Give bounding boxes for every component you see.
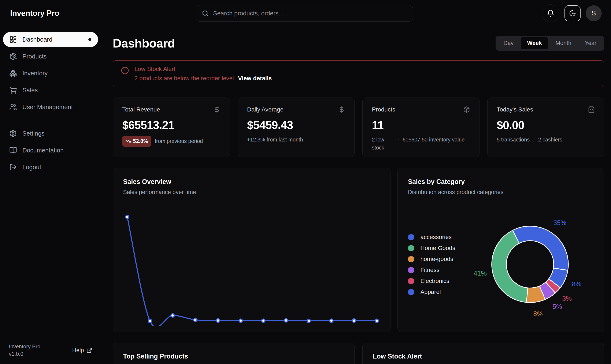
low-stock-alert-banner: Low Stock Alert 2 products are below the… — [113, 60, 604, 87]
sidebar-nav: Dashboard Products Inventory Sales — [0, 32, 101, 175]
chart-title: Sales by Category — [408, 178, 594, 186]
global-search — [196, 5, 413, 22]
legend-item: accessories — [408, 232, 455, 243]
alert-message: 2 products are below the reorder level. — [135, 75, 236, 81]
sidebar-item-user-management[interactable]: User Management — [3, 99, 98, 115]
legend-label: Electronics — [420, 278, 449, 284]
line-chart-point — [307, 319, 310, 322]
category-legend: accessoriesHome Goodshome-goodsFitnessEl… — [408, 232, 455, 298]
sidebar-item-label: Logout — [22, 164, 41, 171]
sidebar-item-dashboard[interactable]: Dashboard — [3, 32, 98, 47]
legend-swatch — [408, 278, 414, 284]
moon-icon — [569, 10, 576, 17]
card-title: Low Stock Alert — [373, 353, 594, 360]
stat-subtext: from previous period — [155, 137, 203, 145]
legend-label: Apparel — [420, 289, 441, 295]
chart-subtitle: Sales performance over time — [123, 189, 380, 195]
app-name-footer: Inventory Pro — [9, 343, 40, 350]
range-option-year[interactable]: Year — [578, 37, 603, 49]
legend-label: home-goods — [420, 256, 453, 262]
donut-slice-label: 5% — [553, 303, 562, 310]
user-avatar[interactable]: S — [586, 5, 602, 21]
shopping-bag-icon — [588, 106, 595, 113]
theme-toggle-button[interactable] — [565, 5, 581, 21]
donut-slice-label: 3% — [562, 295, 572, 302]
sidebar-item-label: Sales — [22, 87, 38, 94]
sidebar-item-sales[interactable]: Sales — [3, 83, 98, 98]
stat-title: Total Revenue — [122, 106, 160, 113]
legend-swatch — [408, 256, 414, 262]
donut-slice-accessories — [513, 226, 568, 270]
dollar-icon — [214, 106, 220, 113]
dollar-icon — [338, 106, 345, 113]
search-input[interactable] — [196, 5, 413, 22]
legend-swatch — [408, 234, 414, 240]
sidebar-footer: Inventory Pro v1.0.0 Help — [0, 338, 101, 364]
alert-title: Low Stock Alert — [135, 66, 272, 72]
top-selling-products-card: Top Selling Products — [113, 343, 355, 364]
legend-swatch — [408, 245, 414, 251]
stat-card-products: Products 11 2 low stock · 605607.50 inve… — [362, 98, 480, 157]
line-chart-point — [125, 215, 129, 219]
stat-subtext: 2 low stock — [372, 136, 394, 152]
stat-card-total-revenue: Total Revenue $65513.21 52.0% from previ… — [113, 98, 230, 157]
sidebar-item-products[interactable]: Products — [3, 49, 98, 64]
sales-by-category-card: Sales by Category Distribution across pr… — [397, 168, 604, 332]
stat-value: $65513.21 — [122, 118, 220, 131]
line-chart-point — [194, 318, 197, 322]
sidebar-item-label: Documentation — [22, 147, 64, 154]
range-option-week[interactable]: Week — [521, 37, 548, 49]
range-option-day[interactable]: Day — [497, 37, 520, 49]
legend-label: Home Goods — [420, 245, 455, 251]
sidebar-item-documentation[interactable]: Documentation — [3, 143, 98, 158]
legend-item: Electronics — [408, 275, 455, 286]
active-indicator-dot — [88, 38, 91, 41]
stat-cards-row: Total Revenue $65513.21 52.0% from previ… — [113, 98, 604, 157]
cart-icon — [9, 86, 17, 94]
external-link-icon — [86, 348, 92, 353]
legend-item: Apparel — [408, 286, 455, 298]
line-chart-point — [375, 319, 378, 322]
stat-title: Daily Average — [247, 106, 283, 113]
chart-title: Sales Overview — [123, 178, 380, 186]
card-title: Top Selling Products — [123, 353, 344, 360]
help-link[interactable]: Help — [72, 347, 92, 354]
stat-card-todays-sales: Today's Sales $0.00 5 transactions · 2 c… — [487, 98, 604, 157]
stat-title: Products — [372, 106, 395, 113]
bell-icon — [547, 10, 554, 17]
sales-overview-card: Sales Overview Sales performance over ti… — [113, 168, 390, 332]
line-chart-point — [262, 319, 265, 322]
donut-slice-label: 8% — [572, 280, 581, 288]
sidebar-item-label: Dashboard — [22, 36, 53, 43]
line-chart-point — [239, 319, 242, 322]
chart-subtitle: Distribution across product categories — [408, 189, 594, 195]
line-chart-point — [284, 319, 288, 322]
search-icon — [202, 10, 209, 17]
sidebar-divider — [9, 120, 92, 120]
stat-subtext: 2 cashiers — [538, 136, 562, 144]
category-donut-chart: 35%8%3%5%8%41% — [471, 205, 589, 324]
sidebar: Dashboard Products Inventory Sales — [0, 27, 101, 364]
package-icon — [463, 106, 470, 113]
line-chart-point — [330, 319, 333, 322]
alert-view-details-link[interactable]: View details — [238, 75, 272, 81]
trending-down-icon — [125, 139, 131, 144]
notifications-button[interactable] — [542, 4, 559, 22]
range-option-month[interactable]: Month — [549, 37, 578, 49]
dashboard-icon — [9, 36, 17, 43]
sidebar-item-label: Inventory — [22, 70, 48, 77]
stat-subtext: 5 transactions — [497, 136, 530, 144]
sidebar-item-settings[interactable]: Settings — [3, 126, 98, 141]
donut-slice-label: 8% — [533, 310, 543, 318]
app-version: v1.0.0 — [9, 350, 40, 358]
line-chart-point — [216, 319, 220, 322]
sidebar-item-label: Products — [22, 53, 46, 60]
stat-subtext: +12.3% from last month — [247, 136, 303, 144]
sidebar-item-logout[interactable]: Logout — [3, 160, 98, 175]
stat-value: $5459.43 — [247, 118, 345, 131]
legend-item: home-goods — [408, 254, 455, 265]
dot-separator: · — [533, 136, 535, 144]
sidebar-item-inventory[interactable]: Inventory — [3, 66, 98, 81]
alert-circle-icon — [121, 66, 129, 75]
header-actions: S — [542, 4, 602, 22]
